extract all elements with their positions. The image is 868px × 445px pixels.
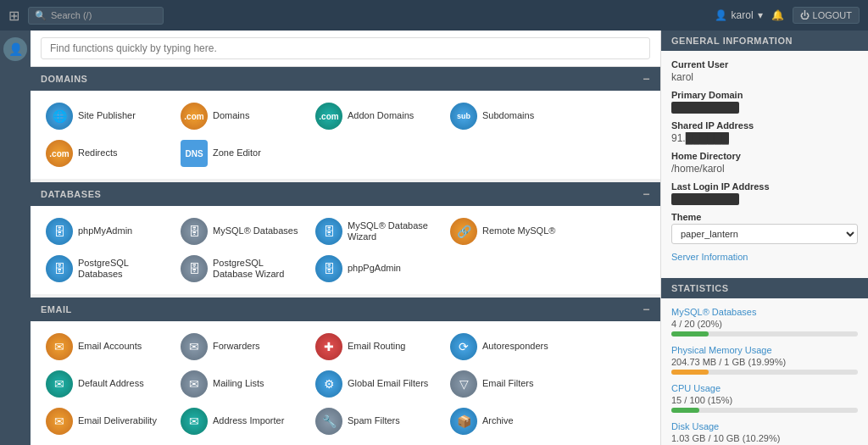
- list-item[interactable]: ⟳ Autoresponders: [445, 330, 576, 364]
- domains-section: DOMAINS − 🌐 Site Publisher .com Domains …: [31, 67, 660, 179]
- databases-title: DATABASES: [41, 189, 101, 199]
- address-importer-icon: ✉: [181, 408, 208, 435]
- list-item[interactable]: ✉ Mailing Lists: [175, 367, 307, 401]
- current-user-value: karol: [671, 71, 858, 83]
- phppgadmin-icon: 🗄: [315, 255, 342, 282]
- home-dir-label: Home Directory: [671, 151, 858, 161]
- mailing-lists-label: Mailing Lists: [213, 378, 264, 389]
- postgresql-wizard-label: PostgreSQL Database Wizard: [213, 258, 302, 280]
- list-item[interactable]: 📅 Calendars and Contacts: [41, 442, 172, 445]
- list-item[interactable]: 🔗 Remote MySQL®: [445, 214, 576, 248]
- databases-collapse-icon[interactable]: −: [643, 187, 650, 201]
- stat-disk-label[interactable]: Disk Usage: [671, 421, 858, 431]
- left-sidebar: 👤: [0, 31, 31, 445]
- remote-mysql-icon: 🔗: [450, 218, 477, 245]
- list-item[interactable]: DNS Zone Editor: [175, 136, 307, 170]
- center-content: DOMAINS − 🌐 Site Publisher .com Domains …: [31, 31, 660, 445]
- list-item[interactable]: 🗄 PostgreSQL Database Wizard: [175, 252, 307, 286]
- subdomains-label: Subdomains: [482, 110, 534, 121]
- list-item[interactable]: 🗄 MySQL® Database Wizard: [310, 214, 442, 248]
- stat-mysql-label[interactable]: MySQL® Databases: [671, 307, 858, 317]
- list-item[interactable]: 🗄 phpPgAdmin: [310, 252, 442, 286]
- stat-mysql: MySQL® Databases 4 / 20 (20%): [671, 307, 858, 337]
- stat-memory-bar: [671, 370, 709, 375]
- username-label: karol: [732, 9, 754, 21]
- forwarders-label: Forwarders: [213, 341, 260, 352]
- list-item[interactable]: ✚ Email Routing: [310, 330, 442, 364]
- top-nav-left: ⊞ 🔍 Search (/): [8, 7, 164, 25]
- bell-icon[interactable]: 🔔: [771, 9, 784, 21]
- address-importer-label: Address Importer: [213, 415, 284, 426]
- addon-domains-icon: .com: [315, 103, 342, 130]
- list-item[interactable]: 🔧 Spam Filters: [310, 404, 442, 438]
- list-item[interactable]: ✉ Email Accounts: [41, 330, 172, 364]
- list-item[interactable]: 🗄 MySQL® Databases: [175, 214, 307, 248]
- email-routing-icon: ✚: [315, 333, 342, 360]
- databases-header[interactable]: DATABASES −: [31, 182, 660, 206]
- theme-select[interactable]: paper_lantern: [671, 224, 858, 244]
- list-item[interactable]: 📊 Email Disk Usage: [175, 442, 307, 445]
- email-header[interactable]: EMAIL −: [31, 298, 660, 321]
- zone-editor-icon: DNS: [181, 140, 208, 167]
- list-item[interactable]: ✉ Email Deliverability: [41, 404, 172, 438]
- list-item[interactable]: .com Domains: [175, 99, 307, 133]
- primary-domain-label: Primary Domain: [671, 90, 858, 100]
- shared-ip-label: Shared IP Address: [671, 120, 858, 131]
- stat-cpu: CPU Usage 15 / 100 (15%): [671, 383, 858, 413]
- site-publisher-label: Site Publisher: [78, 110, 136, 121]
- zone-editor-label: Zone Editor: [213, 147, 261, 159]
- list-item[interactable]: 🌐 Site Publisher: [41, 99, 172, 133]
- user-info[interactable]: 👤 karol ▾: [715, 9, 763, 21]
- logout-button[interactable]: ⏻ LOGOUT: [793, 7, 860, 24]
- list-item[interactable]: ▽ Email Filters: [445, 367, 576, 401]
- shared-ip-row: Shared IP Address 91.██████: [671, 120, 858, 144]
- logout-label: LOGOUT: [813, 10, 852, 20]
- default-address-icon: ✉: [46, 370, 73, 398]
- list-item[interactable]: 🗄 phpMyAdmin: [41, 214, 172, 248]
- list-item[interactable]: ✉ Forwarders: [175, 330, 307, 364]
- email-body: ✉ Email Accounts ✉ Forwarders ✚ Email Ro…: [31, 321, 660, 445]
- grid-icon[interactable]: ⊞: [8, 8, 19, 24]
- list-item[interactable]: ✉ Default Address: [41, 367, 172, 401]
- list-item[interactable]: ✉ Address Importer: [175, 404, 307, 438]
- archive-icon: 📦: [450, 408, 477, 435]
- home-dir-row: Home Directory /home/karol: [671, 151, 858, 175]
- top-search-placeholder: Search (/): [51, 10, 92, 20]
- email-filters-icon: ▽: [450, 370, 477, 398]
- last-login-value: [671, 193, 739, 205]
- main-layout: 👤 DOMAINS − 🌐 Site Publisher .com: [0, 31, 868, 445]
- top-search-box[interactable]: 🔍 Search (/): [28, 7, 164, 25]
- current-user-label: Current User: [671, 59, 858, 70]
- default-address-label: Default Address: [78, 378, 144, 389]
- list-item[interactable]: sub Subdomains: [445, 99, 576, 133]
- redirects-icon: .com: [46, 140, 73, 167]
- stat-cpu-value: 15 / 100 (15%): [671, 395, 858, 405]
- server-info-link[interactable]: Server Information: [671, 252, 748, 262]
- current-user-row: Current User karol: [671, 59, 858, 83]
- domains-header[interactable]: DOMAINS −: [31, 67, 660, 91]
- list-item[interactable]: ⚙ Global Email Filters: [310, 367, 442, 401]
- email-collapse-icon[interactable]: −: [643, 303, 650, 316]
- databases-body: 🗄 phpMyAdmin 🗄 MySQL® Databases 🗄 MySQL®…: [31, 206, 660, 294]
- sidebar-avatar[interactable]: 👤: [3, 37, 27, 61]
- search-input[interactable]: [41, 37, 650, 59]
- user-icon: 👤: [715, 9, 727, 21]
- site-publisher-icon: 🌐: [46, 103, 73, 130]
- mailing-lists-icon: ✉: [181, 370, 208, 398]
- list-item[interactable]: 📦 Archive: [445, 404, 576, 438]
- list-item[interactable]: .com Addon Domains: [310, 99, 442, 133]
- list-item[interactable]: 🗄 PostgreSQL Databases: [41, 252, 172, 286]
- search-icon: 🔍: [35, 10, 47, 21]
- list-item[interactable]: .com Redirects: [41, 136, 172, 170]
- postgresql-icon: 🗄: [46, 255, 73, 282]
- logout-icon: ⏻: [800, 10, 810, 20]
- home-dir-value: /home/karol: [671, 163, 858, 175]
- domains-collapse-icon[interactable]: −: [643, 72, 650, 86]
- email-accounts-label: Email Accounts: [78, 341, 142, 352]
- domains-body: 🌐 Site Publisher .com Domains .com Addon…: [31, 91, 660, 179]
- global-email-filters-icon: ⚙: [315, 370, 342, 398]
- statistics-body: MySQL® Databases 4 / 20 (20%) Physical M…: [661, 298, 868, 445]
- statistics-header: STATISTICS: [661, 278, 868, 298]
- phppgadmin-label: phpPgAdmin: [348, 263, 401, 274]
- email-section: EMAIL − ✉ Email Accounts ✉ Forwarders ✚ …: [31, 298, 660, 445]
